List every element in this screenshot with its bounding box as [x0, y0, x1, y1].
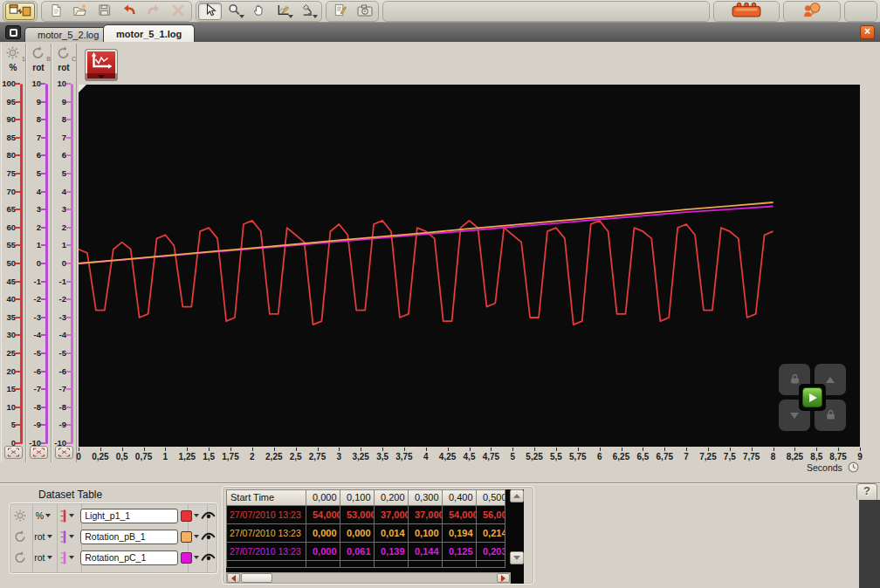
color-dropdown[interactable] — [181, 510, 199, 522]
scrollbar-thumb[interactable] — [241, 573, 272, 583]
tick-mark — [66, 227, 71, 229]
color-dropdown[interactable] — [181, 531, 199, 543]
x-tick-mark — [512, 448, 513, 451]
redo-button[interactable] — [141, 3, 165, 20]
grid-cell-value: 0,203 — [476, 542, 505, 561]
window-switch-button[interactable] — [5, 3, 35, 20]
grid-header-t6: 0,500 — [476, 489, 505, 506]
grid-header-t2: 0,100 — [340, 489, 375, 506]
autoscale-button[interactable] — [55, 446, 73, 459]
x-tick-label: 4,25 — [439, 452, 456, 462]
point-analysis-tool-button[interactable] — [272, 3, 295, 20]
scale-dropdown[interactable] — [55, 550, 79, 565]
tab-motor-5-2-log[interactable]: motor_5_2.log — [24, 27, 112, 42]
new-file-button[interactable] — [44, 3, 67, 20]
x-tick-label: 3,5 — [376, 452, 388, 462]
horizontal-scrollbar[interactable] — [226, 572, 511, 584]
unit-dropdown[interactable]: rot — [31, 552, 55, 563]
x-tick-mark — [752, 448, 753, 451]
tab-bar: motor_5_2.log motor_5_1.log × — [0, 23, 880, 42]
save-button[interactable] — [93, 3, 116, 20]
section-analysis-tool-button[interactable] — [296, 3, 320, 20]
tick-mark — [41, 227, 45, 229]
grid-cell-value: 56,000 — [476, 505, 505, 524]
tick-label: -5 — [52, 348, 66, 358]
x-tick-label: 8,5 — [810, 452, 822, 462]
home-view-button[interactable] — [5, 25, 21, 39]
grid-cell-value: 37,000 — [374, 505, 409, 524]
screenshot-button[interactable] — [353, 3, 376, 20]
clock-icon[interactable] — [848, 462, 859, 475]
chart-plot-area[interactable] — [79, 85, 860, 447]
scale-dropdown[interactable] — [55, 509, 79, 523]
scale-line[interactable] — [20, 84, 23, 444]
x-tick-label: 5,25 — [526, 452, 542, 462]
toolbar-group-tools — [196, 1, 322, 22]
scroll-up-button[interactable] — [510, 489, 524, 503]
x-tick-mark — [708, 448, 709, 451]
delete-x-icon — [172, 4, 184, 18]
x-tick-label: 3,75 — [395, 452, 412, 462]
notes-button[interactable] — [328, 3, 352, 20]
select-tool-button[interactable] — [198, 3, 222, 20]
arrow-down-icon — [790, 413, 799, 419]
tick-label: 15 — [1, 384, 16, 393]
open-file-button[interactable] — [68, 3, 92, 20]
tick-mark — [66, 352, 71, 354]
visibility-eye-button[interactable] — [199, 510, 217, 521]
tick-mark — [41, 191, 45, 193]
scroll-down-button[interactable] — [510, 551, 524, 564]
grid-cell-start-time: 27/07/2010 13:23 — [226, 523, 306, 543]
graph-type-dropdown[interactable] — [86, 73, 117, 80]
delete-button[interactable] — [166, 3, 189, 20]
x-tick-label: 7,75 — [743, 452, 760, 462]
grid-header-start-time: Start Time — [226, 489, 306, 506]
zoom-dropdown-caret[interactable] — [239, 15, 244, 18]
eye-icon — [201, 510, 216, 521]
play-button[interactable] — [799, 384, 826, 411]
tick-mark — [66, 191, 71, 193]
y-scale-rot-C[interactable]: Crot109876543210-1-2-3-4-5-6-7-8-9-10 — [52, 44, 77, 462]
tick-label: 85 — [1, 133, 16, 142]
help-button[interactable]: ? — [856, 483, 877, 500]
graph-type-button[interactable] — [85, 49, 118, 81]
vertical-scrollbar[interactable] — [510, 489, 524, 572]
chevron-down-icon — [45, 514, 51, 517]
section-analysis-dropdown-caret[interactable] — [313, 15, 318, 18]
community-button[interactable] — [794, 3, 829, 20]
tick-mark — [41, 263, 45, 264]
dataset-name-input[interactable] — [80, 550, 178, 565]
visibility-eye-button[interactable] — [199, 552, 217, 563]
scale-line[interactable] — [45, 84, 48, 444]
scale-unit-label: rot — [27, 63, 50, 72]
color-dropdown[interactable] — [181, 552, 199, 564]
zoom-tool-button[interactable] — [223, 3, 246, 20]
tick-label: -8 — [52, 402, 66, 412]
close-button[interactable]: × — [860, 25, 875, 39]
autoscale-button[interactable] — [4, 446, 23, 459]
undo-button[interactable] — [117, 3, 141, 20]
hand-icon — [252, 3, 265, 18]
y-scale-rot-B[interactable]: Brot109876543210-1-2-3-4-5-6-7-8-9-10 — [26, 44, 52, 462]
x-tick-mark — [339, 448, 340, 451]
scale-line[interactable] — [71, 84, 73, 444]
tick-label: 100 — [1, 79, 16, 88]
dataset-name-input[interactable] — [80, 509, 178, 523]
dataset-name-input[interactable] — [80, 530, 178, 544]
unit-dropdown[interactable]: rot — [31, 531, 55, 542]
tick-label: 10 — [1, 402, 16, 412]
nxt-brick-button[interactable] — [726, 3, 767, 20]
pan-tool-button[interactable] — [247, 3, 271, 20]
y-scale-%-1[interactable]: 1%10095908580757065605550454035302520151… — [1, 44, 26, 462]
scale-dropdown[interactable] — [55, 530, 79, 544]
point-analysis-dropdown-caret[interactable] — [288, 15, 293, 18]
autoscale-button[interactable] — [30, 446, 48, 459]
x-tick-label: 0,75 — [135, 452, 152, 462]
visibility-eye-button[interactable] — [199, 531, 217, 542]
scroll-left-button[interactable] — [227, 573, 240, 583]
grid-cell-empty — [374, 560, 409, 568]
unit-dropdown[interactable]: % — [31, 510, 55, 521]
scroll-right-button[interactable] — [497, 573, 510, 583]
tab-motor-5-1-log[interactable]: motor_5_1.log — [103, 24, 195, 42]
chart-region: 1%10095908580757065605550454035302520151… — [0, 42, 880, 482]
